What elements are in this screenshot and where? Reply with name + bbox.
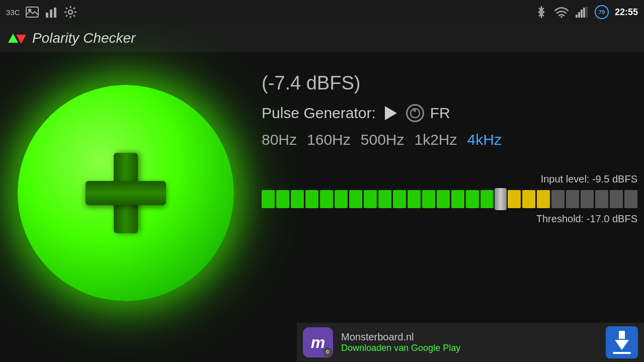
bottom-banner: m © Monsterboard.nl Downloaden van Googl…	[297, 323, 644, 362]
pulse-generator-label: Pulse Generator:	[262, 105, 376, 122]
meter-segment-green	[320, 190, 333, 208]
meter-segment-green	[480, 190, 494, 208]
logo-triangle-down	[16, 35, 26, 44]
meter-segment-green	[262, 190, 275, 208]
svg-rect-4	[54, 8, 56, 18]
threshold-label: Threshold: -17.0 dBFS	[262, 213, 637, 225]
app-logo	[8, 33, 26, 44]
freq-160hz[interactable]: 160Hz	[307, 131, 351, 148]
download-base-icon	[613, 352, 631, 354]
banner-title: Monsterboard.nl	[341, 331, 598, 343]
plus-symbol	[86, 153, 166, 233]
play-button[interactable]	[382, 104, 400, 122]
svg-rect-16	[576, 15, 578, 18]
svg-line-12	[73, 8, 75, 9]
svg-rect-0	[26, 7, 38, 17]
meter-segment-green	[437, 190, 450, 208]
signal-icon	[575, 5, 589, 19]
positive-polarity-circle	[18, 85, 234, 301]
meter-thumb[interactable]	[495, 188, 507, 210]
banner-logo-overlay: ©	[323, 347, 332, 356]
svg-rect-2	[46, 13, 48, 18]
meter-segment-gray	[595, 190, 608, 208]
main-content: (-7.4 dBFS) Pulse Generator: FR 80Hz 160…	[0, 52, 644, 362]
freq-500hz[interactable]: 500Hz	[361, 131, 405, 148]
svg-line-11	[73, 15, 75, 17]
svg-rect-3	[50, 10, 52, 18]
wifi-icon	[554, 5, 569, 19]
status-bar: 33C	[0, 0, 644, 24]
frequency-selector: 80Hz 160Hz 500Hz 1k2Hz 4kHz	[262, 131, 637, 148]
meter-segment-green	[466, 190, 479, 208]
meter-segment-yellow	[537, 190, 550, 208]
meter-segment-gray	[610, 190, 623, 208]
meter-segment-green	[291, 190, 304, 208]
level-meter-section: Input level: -9.5 dBFS Threshold: -17.0 …	[262, 173, 637, 225]
meter-segment-gray	[581, 190, 594, 208]
plus-horizontal	[86, 181, 166, 205]
svg-point-15	[560, 16, 562, 18]
info-panel: (-7.4 dBFS) Pulse Generator: FR 80Hz 160…	[252, 52, 644, 235]
status-right: 79 22:55	[534, 5, 638, 19]
meter-segment-green	[305, 190, 318, 208]
meter-segment-yellow	[508, 190, 521, 208]
meter-segment-green	[349, 190, 362, 208]
app-title: Polarity Checker	[32, 30, 135, 46]
settings-icon[interactable]	[63, 5, 77, 19]
download-button[interactable]	[606, 326, 638, 358]
meter-green-group	[262, 190, 494, 208]
svg-line-10	[66, 8, 67, 9]
freq-80hz[interactable]: 80Hz	[262, 131, 297, 148]
status-left: 33C	[6, 5, 77, 19]
meter-segment-green	[422, 190, 435, 208]
svg-rect-20	[586, 7, 588, 18]
input-level-label: Input level: -9.5 dBFS	[262, 173, 637, 185]
svg-line-13	[66, 15, 67, 17]
meter-segment-gray	[566, 190, 579, 208]
loop-button[interactable]	[406, 104, 424, 122]
svg-rect-19	[583, 8, 585, 18]
meter-yellow-group	[508, 190, 637, 208]
svg-point-5	[68, 10, 72, 14]
gallery-icon	[25, 5, 39, 19]
time-display: 22:55	[615, 7, 638, 18]
meter-segment-green	[335, 190, 348, 208]
meter-segment-green	[364, 190, 377, 208]
meter-segment-green	[276, 190, 289, 208]
meter-segment-green	[408, 190, 421, 208]
channel-label: FR	[430, 105, 450, 122]
svg-rect-18	[581, 10, 583, 18]
play-icon	[385, 106, 397, 120]
meter-segment-yellow	[522, 190, 535, 208]
app-header: Polarity Checker	[0, 24, 644, 52]
pulse-generator-row: Pulse Generator: FR	[262, 104, 637, 122]
svg-rect-17	[578, 12, 580, 18]
freq-4khz[interactable]: 4kHz	[467, 131, 502, 148]
meter-segment-gray	[551, 190, 565, 208]
banner-text: Monsterboard.nl Downloaden van Google Pl…	[341, 331, 598, 353]
polarity-indicator	[0, 52, 252, 334]
bluetooth-icon	[534, 5, 548, 19]
meter-segment-green	[378, 190, 391, 208]
meter-segment-green	[393, 190, 406, 208]
freq-1k2hz[interactable]: 1k2Hz	[414, 131, 457, 148]
download-arrow-icon	[615, 340, 629, 350]
battery-indicator: 79	[595, 5, 609, 19]
level-meter-bar[interactable]	[262, 189, 637, 209]
temperature-display: 33C	[6, 8, 20, 17]
meter-segment-green	[451, 190, 464, 208]
meter-segment-gray	[624, 190, 637, 208]
chart-icon	[44, 5, 58, 19]
banner-logo: m ©	[303, 327, 333, 357]
dbfs-reading: (-7.4 dBFS)	[262, 72, 637, 94]
banner-subtitle: Downloaden van Google Play	[341, 343, 598, 353]
